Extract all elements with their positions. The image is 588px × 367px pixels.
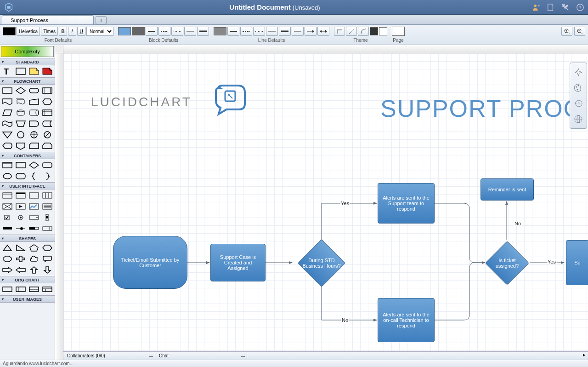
logo-text[interactable]: LUCIDCHART [91, 95, 192, 109]
section-ui[interactable]: USER INTERFACE [0, 182, 55, 189]
border-solid-button[interactable] [146, 27, 158, 36]
shape-data[interactable] [1, 108, 13, 118]
shape-arrow-right[interactable] [1, 265, 13, 275]
help-icon[interactable]: ? [576, 3, 584, 11]
border-width-2-button[interactable] [197, 27, 209, 36]
font-family-2-button[interactable]: Times [41, 27, 58, 36]
shape-delay[interactable] [28, 119, 40, 129]
section-userimages[interactable]: USER IMAGES [0, 295, 55, 303]
node-support-case[interactable]: Support Case is Created and Assigned [210, 244, 266, 281]
ruler-horizontal[interactable] [63, 45, 588, 53]
chat-panel[interactable]: Chat— [155, 352, 247, 360]
shape-video[interactable] [14, 201, 27, 212]
text-style-select[interactable]: Normal [86, 27, 113, 36]
shape-terminator[interactable] [28, 86, 40, 96]
italic-button[interactable]: I [68, 27, 76, 36]
node-start[interactable]: Ticket/Email Submitted by Customer [113, 236, 187, 289]
shape-rectangle[interactable] [14, 66, 27, 76]
line-solid-button[interactable] [227, 27, 239, 36]
shape-predefined[interactable] [41, 86, 54, 96]
zoom-in-button[interactable] [561, 27, 572, 36]
border-width-1-button[interactable] [184, 27, 196, 36]
block-fill-swatch[interactable] [118, 27, 131, 35]
shape-org-box2[interactable] [14, 284, 27, 294]
shape-container-pill[interactable] [41, 160, 54, 170]
node-alerts-team[interactable]: Alerts are sent to the Support team to r… [378, 183, 435, 224]
shape-summing[interactable] [41, 130, 54, 140]
font-color-swatch[interactable] [3, 27, 16, 35]
shape-org-box3[interactable] [28, 284, 40, 294]
arrow-both-button[interactable] [317, 27, 329, 36]
underline-button[interactable]: U [77, 27, 85, 36]
shape-manual-op[interactable] [14, 119, 27, 129]
line-dotted-button[interactable] [253, 27, 265, 36]
shape-note[interactable] [28, 66, 40, 76]
document-title[interactable]: Untitled Document(Unsaved) [17, 3, 532, 11]
bold-button[interactable]: B [59, 27, 67, 36]
shape-arrow-down[interactable] [41, 265, 54, 275]
palette-icon[interactable] [572, 81, 585, 94]
history-icon[interactable] [572, 97, 585, 110]
shape-progress[interactable] [28, 224, 40, 234]
shape-preparation[interactable] [41, 97, 54, 107]
page-tab[interactable]: Support Process [2, 15, 94, 24]
shape-chart[interactable] [28, 201, 40, 212]
section-flowchart[interactable]: FLOWCHART [0, 77, 55, 85]
theme-light-swatch[interactable] [379, 27, 387, 35]
shape-panel[interactable] [28, 190, 40, 201]
node-business-hours[interactable]: During STD Business Hours? [298, 239, 345, 287]
section-standard[interactable]: STANDARD [0, 58, 55, 65]
shape-merge[interactable] [1, 130, 13, 140]
shape-decision[interactable] [14, 86, 27, 96]
shape-hscroll[interactable] [1, 224, 13, 234]
logo-icon[interactable] [210, 81, 252, 118]
shape-tabbar[interactable] [41, 190, 54, 201]
user-add-icon[interactable]: + [532, 3, 540, 11]
line-thin-button[interactable] [266, 27, 278, 36]
border-dotted-button[interactable] [171, 27, 183, 36]
node-next[interactable]: Su [566, 240, 588, 285]
shape-radio[interactable] [14, 212, 27, 223]
shape-display[interactable] [1, 141, 13, 151]
shape-directdata[interactable] [28, 108, 40, 118]
section-orgchart[interactable]: ORG CHART [0, 276, 55, 283]
shape-org-box4[interactable] [41, 284, 54, 294]
theme-dark-swatch[interactable] [370, 27, 378, 35]
shape-cloud[interactable] [28, 254, 40, 264]
navigator-icon[interactable] [572, 66, 585, 79]
zoom-out-button[interactable] [574, 27, 585, 36]
shape-offpage[interactable] [14, 141, 27, 151]
route-straight-button[interactable] [346, 27, 357, 36]
shape-text[interactable]: T [1, 66, 13, 76]
shape-hexagon[interactable] [41, 243, 54, 253]
route-elbow-button[interactable] [334, 27, 345, 36]
arrow-none-button[interactable] [292, 27, 304, 36]
shape-dropdown[interactable] [28, 212, 40, 223]
shape-connector[interactable] [14, 130, 27, 140]
shape-brace-right[interactable] [41, 171, 54, 181]
shape-pentagon[interactable] [28, 243, 40, 253]
arrow-end-button[interactable] [305, 27, 317, 36]
shape-dialog[interactable] [14, 190, 27, 201]
shape-list[interactable] [41, 201, 54, 212]
shape-vscroll[interactable] [41, 212, 54, 223]
app-logo-icon[interactable] [4, 2, 14, 12]
shape-checkbox[interactable] [1, 212, 13, 223]
shape-org-box[interactable] [1, 284, 13, 294]
shape-loop-limit[interactable] [41, 141, 54, 151]
shape-container-diamond[interactable] [28, 160, 40, 170]
shape-stepper[interactable] [41, 224, 54, 234]
shape-image-x[interactable] [1, 201, 13, 212]
page-fill-swatch[interactable] [392, 27, 405, 36]
shape-card[interactable] [28, 141, 40, 151]
shape-stored-data[interactable] [41, 119, 54, 129]
section-shapes[interactable]: SHAPES [0, 235, 55, 242]
line-color-swatch[interactable] [214, 27, 226, 35]
shape-container-rounded[interactable] [14, 171, 27, 181]
publish-icon[interactable] [572, 113, 585, 126]
complexity-toggle[interactable]: Complexity [1, 46, 54, 57]
shape-cross[interactable] [14, 254, 27, 264]
line-dashed-button[interactable] [240, 27, 252, 36]
tools-menu-icon[interactable] [561, 3, 570, 11]
line-thick-button[interactable] [279, 27, 291, 36]
